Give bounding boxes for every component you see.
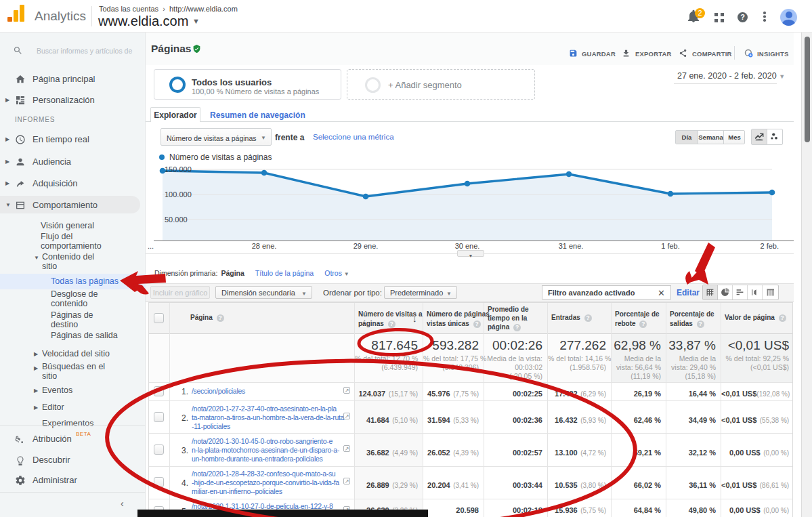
svg-text:100.000: 100.000	[165, 190, 192, 199]
svg-text:1 feb.: 1 feb.	[661, 242, 680, 250]
svg-text:30 ene.: 30 ene.	[455, 242, 480, 250]
svg-text:31 ene.: 31 ene.	[559, 242, 584, 250]
svg-text:150.000: 150.000	[165, 165, 192, 173]
svg-text:2 feb.: 2 feb.	[760, 242, 779, 250]
svg-text:29 ene.: 29 ene.	[354, 242, 379, 250]
svg-text:28 ene.: 28 ene.	[252, 242, 277, 250]
